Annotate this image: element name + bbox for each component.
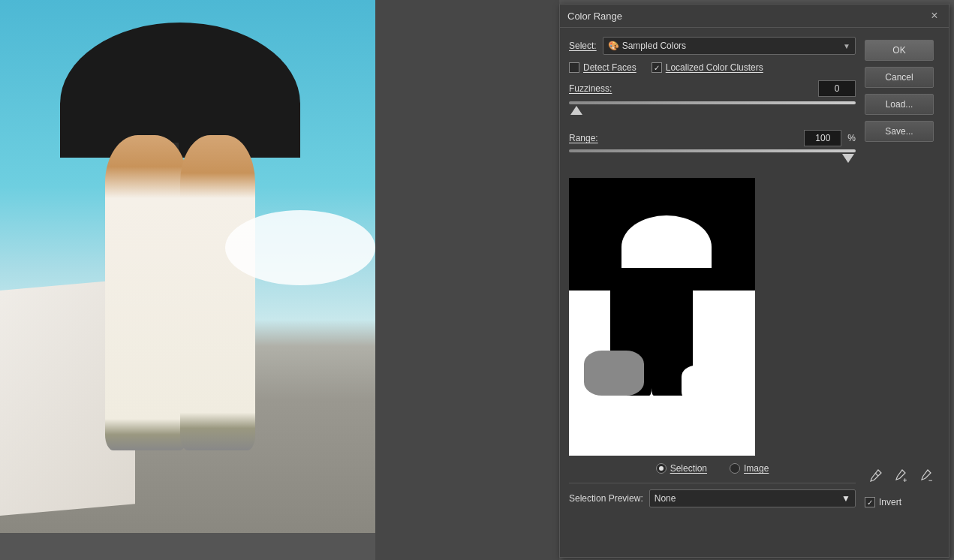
dialog-body: Select: 🎨Sampled Colors ▼ Detect Faces L… bbox=[560, 28, 949, 516]
photo-area bbox=[0, 0, 375, 560]
eyedropper-subtract-icon: − bbox=[919, 468, 934, 483]
eyedropper-subtract-button[interactable]: − bbox=[916, 465, 937, 486]
fuzziness-slider-thumb[interactable] bbox=[570, 106, 582, 115]
localized-color-label: Localized Color Clusters bbox=[666, 62, 763, 73]
dialog-left-panel: Select: 🎨Sampled Colors ▼ Detect Faces L… bbox=[569, 37, 856, 507]
fuzziness-input[interactable] bbox=[818, 80, 856, 97]
selection-preview-value: None bbox=[655, 493, 676, 504]
photo-figures bbox=[90, 135, 285, 495]
invert-row: Invert bbox=[865, 497, 940, 507]
preview-white-patch bbox=[682, 366, 727, 403]
load-button[interactable]: Load... bbox=[865, 94, 934, 115]
range-label: Range: bbox=[569, 133, 598, 143]
photo-canvas bbox=[0, 0, 375, 533]
dialog-right-panel: OK Cancel Load... Save... + bbox=[865, 37, 940, 507]
preview-canvas bbox=[569, 178, 755, 456]
selection-radio[interactable] bbox=[656, 463, 667, 474]
svg-text:+: + bbox=[903, 477, 907, 483]
detect-faces-checkbox-item[interactable]: Detect Faces bbox=[569, 62, 637, 73]
range-unit: % bbox=[847, 133, 856, 143]
dialog-titlebar: Color Range × bbox=[560, 5, 949, 28]
eyedropper-icon bbox=[868, 468, 883, 483]
range-slider-track bbox=[569, 149, 856, 152]
svg-text:−: − bbox=[928, 477, 932, 483]
eyedropper-add-icon: + bbox=[893, 468, 908, 483]
fuzziness-slider-container bbox=[569, 101, 856, 121]
select-value: 🎨Sampled Colors bbox=[608, 41, 686, 51]
selection-radio-item[interactable]: Selection bbox=[656, 463, 707, 474]
range-input[interactable] bbox=[804, 130, 841, 146]
fuzziness-label: Fuzziness: bbox=[569, 83, 612, 94]
range-slider-container bbox=[569, 149, 856, 169]
photo-cloud bbox=[225, 210, 375, 285]
select-dropdown[interactable]: 🎨Sampled Colors ▼ bbox=[603, 37, 856, 55]
selection-radio-label: Selection bbox=[670, 463, 707, 474]
selection-preview-label: Selection Preview: bbox=[569, 493, 643, 504]
fuzziness-slider-track bbox=[569, 101, 856, 104]
chevron-down-icon: ▼ bbox=[843, 42, 850, 50]
fuzziness-row: Fuzziness: bbox=[569, 80, 856, 97]
fuzziness-slider-thumb-area bbox=[569, 106, 856, 121]
photo-figure-right bbox=[180, 135, 255, 450]
preview-mode-row: Selection Image bbox=[569, 463, 856, 474]
selection-preview-row: Selection Preview: None ▼ bbox=[569, 483, 856, 507]
eyedropper-tools: + − bbox=[865, 462, 940, 486]
selection-preview-dropdown[interactable]: None ▼ bbox=[649, 489, 856, 507]
range-row: Range: % bbox=[569, 130, 856, 146]
localized-color-checkbox-item[interactable]: Localized Color Clusters bbox=[652, 62, 763, 73]
select-label: Select: bbox=[569, 41, 597, 51]
checkboxes-row: Detect Faces Localized Color Clusters bbox=[569, 62, 856, 73]
color-range-dialog: Color Range × Select: 🎨Sampled Colors ▼ … bbox=[559, 4, 949, 558]
range-slider-thumb[interactable] bbox=[842, 154, 854, 163]
image-radio-label: Image bbox=[744, 463, 769, 474]
selection-preview-arrow-icon: ▼ bbox=[841, 493, 850, 504]
invert-label: Invert bbox=[879, 497, 901, 507]
image-radio[interactable] bbox=[730, 463, 740, 474]
dialog-title: Color Range bbox=[567, 11, 622, 22]
dark-workspace bbox=[375, 0, 559, 560]
eyedropper-button[interactable] bbox=[865, 465, 886, 486]
image-radio-item[interactable]: Image bbox=[730, 463, 769, 474]
close-button[interactable]: × bbox=[928, 9, 941, 23]
preview-gray-patch bbox=[584, 351, 644, 396]
detect-faces-label: Detect Faces bbox=[583, 62, 637, 73]
invert-checkbox[interactable] bbox=[865, 497, 875, 507]
cancel-button[interactable]: Cancel bbox=[865, 67, 934, 88]
save-button[interactable]: Save... bbox=[865, 121, 934, 142]
select-row: Select: 🎨Sampled Colors ▼ bbox=[569, 37, 856, 55]
svg-line-0 bbox=[875, 473, 878, 476]
range-slider-thumb-area bbox=[569, 154, 856, 169]
eyedropper-add-button[interactable]: + bbox=[890, 465, 911, 486]
localized-color-checkbox[interactable] bbox=[652, 62, 662, 73]
ok-button[interactable]: OK bbox=[865, 40, 934, 61]
detect-faces-checkbox[interactable] bbox=[569, 62, 579, 73]
photo-figure-left bbox=[105, 135, 188, 450]
